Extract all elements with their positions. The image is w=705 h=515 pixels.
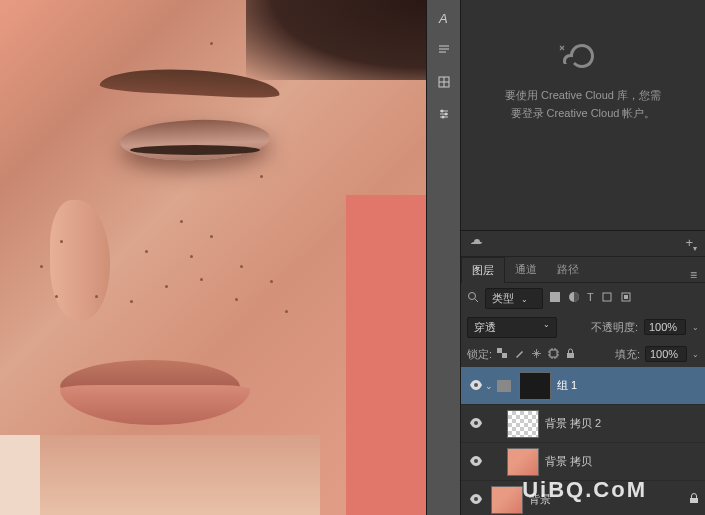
filter-kind-select[interactable]: 类型 ⌄: [485, 288, 543, 309]
svg-rect-8: [603, 293, 611, 301]
lock-transparency-icon[interactable]: [497, 348, 508, 361]
glyphs-panel-icon[interactable]: [429, 68, 459, 96]
layer-name[interactable]: 背景 拷贝 2: [545, 416, 601, 431]
svg-rect-14: [567, 353, 574, 358]
lock-label: 锁定:: [467, 347, 492, 362]
svg-rect-10: [624, 295, 628, 299]
folder-icon: [497, 380, 511, 392]
layers-panel: +▾ 图层 通道 路径 ≡ 类型 ⌄ T 穿透⌄ 不透明度: 100% ⌄: [461, 230, 705, 515]
adjustments-panel-icon[interactable]: [429, 100, 459, 128]
filter-type-icon[interactable]: T: [587, 291, 594, 305]
blend-mode-row: 穿透⌄ 不透明度: 100% ⌄: [461, 313, 705, 341]
svg-rect-19: [690, 498, 698, 503]
lock-icons: [497, 348, 576, 361]
cc-login-message: 要使用 Creative Cloud 库，您需要登录 Creative Clou…: [461, 75, 705, 122]
character-panel-icon[interactable]: A: [429, 4, 459, 32]
filter-type-icons: T: [549, 291, 632, 305]
layer-name[interactable]: 组 1: [557, 378, 577, 393]
tab-channels[interactable]: 通道: [505, 257, 547, 282]
layer-thumb[interactable]: [507, 448, 539, 476]
lock-position-icon[interactable]: [531, 348, 542, 361]
panel-tabs: 图层 通道 路径 ≡: [461, 257, 705, 283]
svg-point-3: [444, 113, 447, 116]
svg-point-18: [474, 497, 478, 501]
svg-point-4: [441, 116, 444, 119]
canvas-area[interactable]: [0, 0, 426, 515]
libraries-panel: 要使用 Creative Cloud 库，您需要登录 Creative Clou…: [461, 0, 705, 230]
fill-value[interactable]: 100%: [645, 346, 687, 362]
libraries-icon[interactable]: [469, 236, 483, 251]
svg-point-15: [474, 383, 478, 387]
svg-point-2: [440, 110, 443, 113]
lock-pixels-icon[interactable]: [514, 348, 525, 361]
filter-smart-icon[interactable]: [620, 291, 632, 305]
layer-background[interactable]: 背景: [461, 481, 705, 515]
panel-menu-icon[interactable]: ≡: [682, 268, 705, 282]
visibility-toggle-icon[interactable]: [467, 493, 485, 507]
layer-mask-thumb[interactable]: [519, 372, 551, 400]
svg-rect-11: [497, 348, 502, 353]
visibility-toggle-icon[interactable]: [467, 455, 485, 469]
svg-point-16: [474, 421, 478, 425]
lock-artboard-icon[interactable]: [548, 348, 559, 361]
search-icon[interactable]: [467, 291, 479, 305]
filter-adjustment-icon[interactable]: [568, 291, 580, 305]
filter-pixel-icon[interactable]: [549, 291, 561, 305]
layer-filter-row: 类型 ⌄ T: [461, 283, 705, 313]
svg-point-5: [469, 293, 476, 300]
paragraph-panel-icon[interactable]: [429, 36, 459, 64]
opacity-chevron-icon[interactable]: ⌄: [692, 323, 699, 332]
opacity-value[interactable]: 100%: [644, 319, 686, 335]
panel-icon-bar: +▾: [461, 231, 705, 257]
blend-mode-select[interactable]: 穿透⌄: [467, 317, 557, 338]
tool-strip: A: [427, 0, 461, 515]
visibility-toggle-icon[interactable]: [467, 379, 485, 393]
layer-name[interactable]: 背景 拷贝: [545, 454, 592, 469]
opacity-label: 不透明度:: [591, 320, 638, 335]
cc-cloud-icon: [461, 0, 705, 75]
right-panel: A 要使用 Creative Cloud 库，您需要登录 Creative Cl…: [426, 0, 705, 515]
layer-bg-copy-2[interactable]: 背景 拷贝 2: [461, 405, 705, 443]
svg-rect-12: [502, 353, 507, 358]
lock-icon[interactable]: [689, 493, 699, 506]
document-image[interactable]: [0, 0, 426, 515]
fill-label: 填充:: [615, 347, 640, 362]
svg-point-17: [474, 459, 478, 463]
tab-layers[interactable]: 图层: [461, 257, 505, 283]
group-twisty-icon[interactable]: ⌄: [485, 381, 497, 391]
svg-rect-13: [550, 350, 557, 357]
lock-all-icon[interactable]: [565, 348, 576, 361]
add-icon[interactable]: +▾: [685, 235, 697, 253]
layer-thumb[interactable]: [507, 410, 539, 438]
layer-name[interactable]: 背景: [529, 492, 551, 507]
visibility-toggle-icon[interactable]: [467, 417, 485, 431]
layers-list: ⌄ 组 1 背景 拷贝 2 背景 拷贝 背景: [461, 367, 705, 515]
layer-thumb[interactable]: [491, 486, 523, 514]
layer-bg-copy[interactable]: 背景 拷贝: [461, 443, 705, 481]
svg-text:A: A: [438, 11, 448, 25]
tab-paths[interactable]: 路径: [547, 257, 589, 282]
layer-group-1[interactable]: ⌄ 组 1: [461, 367, 705, 405]
fill-chevron-icon[interactable]: ⌄: [692, 350, 699, 359]
filter-shape-icon[interactable]: [601, 291, 613, 305]
svg-rect-6: [550, 292, 560, 302]
lock-row: 锁定: 填充: 100% ⌄: [461, 341, 705, 367]
